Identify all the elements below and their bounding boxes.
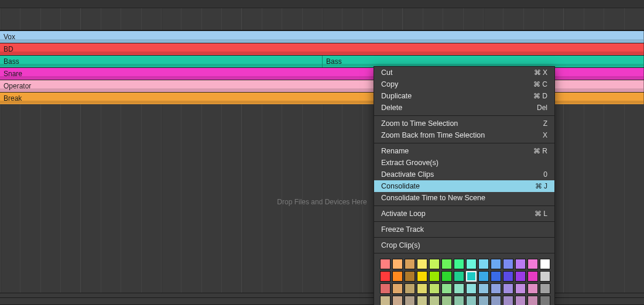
menu-item-label: Delete bbox=[381, 104, 402, 112]
color-swatch[interactable] bbox=[503, 296, 513, 305]
clip[interactable]: Bass bbox=[0, 56, 323, 67]
track-lane[interactable]: BassBass bbox=[0, 55, 644, 67]
clip-context-menu[interactable]: Cut⌘ XCopy⌘ CDuplicate⌘ DDeleteDelZoom t… bbox=[374, 66, 555, 305]
menu-item-shortcut: Del bbox=[537, 104, 547, 112]
timeline-ruler[interactable] bbox=[0, 0, 644, 30]
menu-separator bbox=[374, 237, 554, 238]
color-swatch[interactable] bbox=[527, 271, 538, 282]
color-swatch[interactable] bbox=[380, 259, 390, 269]
clip[interactable]: Bass bbox=[323, 56, 644, 67]
color-picker[interactable] bbox=[374, 255, 554, 305]
menu-separator bbox=[374, 205, 554, 206]
color-swatch[interactable] bbox=[503, 283, 513, 294]
color-swatch[interactable] bbox=[515, 296, 526, 305]
color-swatch[interactable] bbox=[417, 271, 427, 282]
menu-item[interactable]: Freeze Track bbox=[374, 224, 554, 235]
menu-item[interactable]: Cut⌘ X bbox=[374, 67, 554, 78]
color-swatch[interactable] bbox=[466, 296, 477, 305]
menu-item-shortcut: Z bbox=[543, 119, 547, 128]
menu-item-label: Freeze Track bbox=[381, 225, 424, 234]
color-swatch[interactable] bbox=[392, 271, 403, 282]
color-swatch[interactable] bbox=[417, 259, 427, 269]
color-swatch[interactable] bbox=[466, 259, 477, 269]
menu-item-label: Cut bbox=[381, 68, 392, 77]
menu-item[interactable]: Consolidate Time to New Scene bbox=[374, 192, 554, 204]
color-swatch[interactable] bbox=[527, 296, 538, 305]
color-swatch[interactable] bbox=[540, 259, 550, 269]
color-swatch[interactable] bbox=[380, 283, 390, 294]
color-swatch[interactable] bbox=[405, 296, 415, 305]
color-swatch[interactable] bbox=[441, 259, 452, 269]
color-swatch[interactable] bbox=[503, 271, 513, 282]
menu-item[interactable]: Extract Groove(s) bbox=[374, 157, 554, 169]
color-swatch[interactable] bbox=[392, 296, 403, 305]
color-swatch[interactable] bbox=[429, 259, 440, 269]
color-swatch[interactable] bbox=[491, 271, 501, 282]
color-swatch[interactable] bbox=[466, 271, 477, 282]
color-swatch[interactable] bbox=[454, 271, 464, 282]
menu-item-shortcut: ⌘ L bbox=[535, 210, 547, 218]
arrangement-view: VoxBDBassBassSnareOperatorBreak Drop Fil… bbox=[0, 0, 644, 305]
menu-separator bbox=[374, 221, 554, 222]
color-swatch[interactable] bbox=[515, 271, 526, 282]
color-swatch[interactable] bbox=[478, 259, 489, 269]
color-swatch[interactable] bbox=[417, 283, 427, 294]
color-swatch[interactable] bbox=[392, 283, 403, 294]
color-swatch[interactable] bbox=[454, 283, 464, 294]
track-lane[interactable]: BD bbox=[0, 43, 644, 55]
color-swatch[interactable] bbox=[478, 296, 489, 305]
color-swatch[interactable] bbox=[515, 259, 526, 269]
color-swatch[interactable] bbox=[540, 296, 550, 305]
menu-item[interactable]: Deactivate Clips0 bbox=[374, 169, 554, 180]
color-swatch[interactable] bbox=[429, 296, 440, 305]
color-swatch[interactable] bbox=[454, 259, 464, 269]
menu-item-label: Copy bbox=[381, 80, 398, 88]
color-swatch[interactable] bbox=[491, 296, 501, 305]
menu-item[interactable]: Zoom Back from Time SelectionX bbox=[374, 129, 554, 141]
track-lane[interactable]: Vox bbox=[0, 30, 644, 43]
color-swatch[interactable] bbox=[491, 283, 501, 294]
color-swatch[interactable] bbox=[478, 283, 489, 294]
color-swatch[interactable] bbox=[441, 296, 452, 305]
color-swatch[interactable] bbox=[429, 271, 440, 282]
color-swatch[interactable] bbox=[478, 271, 489, 282]
color-swatch[interactable] bbox=[429, 283, 440, 294]
color-swatch[interactable] bbox=[540, 271, 550, 282]
color-swatch[interactable] bbox=[380, 296, 390, 305]
color-swatch[interactable] bbox=[441, 271, 452, 282]
menu-item-shortcut: ⌘ D bbox=[533, 92, 547, 100]
menu-item[interactable]: Zoom to Time SelectionZ bbox=[374, 118, 554, 129]
color-swatch[interactable] bbox=[466, 283, 477, 294]
menu-item-shortcut: X bbox=[543, 131, 547, 139]
menu-item[interactable]: Rename⌘ R bbox=[374, 145, 554, 157]
color-swatch[interactable] bbox=[515, 283, 526, 294]
menu-item[interactable]: Activate Loop⌘ L bbox=[374, 208, 554, 220]
color-swatch[interactable] bbox=[491, 259, 501, 269]
color-swatch[interactable] bbox=[527, 259, 538, 269]
ruler-scrub[interactable] bbox=[0, 8, 644, 30]
color-swatch[interactable] bbox=[441, 283, 452, 294]
menu-item-shortcut: ⌘ X bbox=[534, 68, 547, 77]
color-swatch[interactable] bbox=[503, 259, 513, 269]
color-swatch[interactable] bbox=[454, 296, 464, 305]
color-swatch[interactable] bbox=[417, 296, 427, 305]
color-swatch[interactable] bbox=[540, 283, 550, 294]
clip[interactable]: BD bbox=[0, 43, 644, 55]
color-swatch[interactable] bbox=[527, 283, 538, 294]
color-swatch[interactable] bbox=[405, 271, 415, 282]
menu-item[interactable]: DeleteDel bbox=[374, 102, 554, 114]
color-swatch[interactable] bbox=[380, 271, 390, 282]
menu-item[interactable]: Duplicate⌘ D bbox=[374, 90, 554, 102]
menu-item[interactable]: Copy⌘ C bbox=[374, 78, 554, 90]
clip[interactable]: Vox bbox=[0, 31, 644, 43]
menu-item-shortcut: ⌘ R bbox=[533, 147, 547, 155]
menu-item[interactable]: Crop Clip(s) bbox=[374, 239, 554, 251]
menu-item-label: Rename bbox=[381, 147, 409, 155]
color-swatch[interactable] bbox=[405, 259, 415, 269]
color-swatch[interactable] bbox=[392, 259, 403, 269]
color-swatch[interactable] bbox=[405, 283, 415, 294]
menu-item[interactable]: Consolidate⌘ J bbox=[374, 180, 554, 192]
menu-item-shortcut: 0 bbox=[543, 170, 547, 179]
ruler-top[interactable] bbox=[0, 0, 644, 8]
menu-item-label: Duplicate bbox=[381, 92, 412, 100]
